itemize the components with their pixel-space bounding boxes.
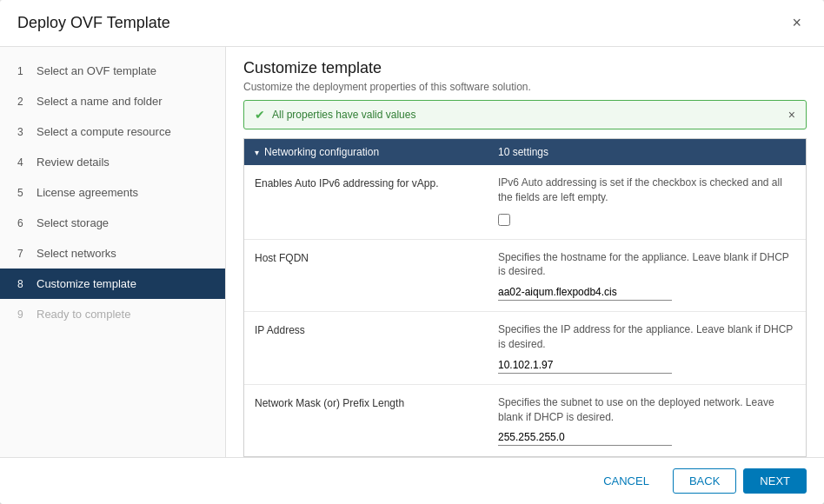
row-content-0: IPv6 Auto addressing is set if the check…: [498, 176, 795, 229]
row-content-1: Specifies the hostname for the appliance…: [498, 250, 795, 302]
row-label-0: Enables Auto IPv6 addressing for vApp.: [255, 176, 498, 189]
next-button[interactable]: NEXT: [743, 468, 807, 494]
sidebar-item-3[interactable]: 3Select a compute resource: [0, 116, 225, 147]
step-number: 6: [17, 217, 30, 229]
step-number: 5: [17, 187, 30, 199]
step-number: 4: [17, 156, 30, 169]
sidebar-item-6[interactable]: 6Select storage: [0, 208, 225, 238]
step-number: 1: [17, 65, 30, 77]
table-row: Enables Auto IPv6 addressing for vApp. I…: [244, 165, 806, 240]
input-field-2[interactable]: [498, 357, 672, 374]
sidebar-item-label: Ready to complete: [37, 308, 130, 321]
sidebar-item-label: Customize template: [37, 277, 136, 290]
table-body: Enables Auto IPv6 addressing for vApp. I…: [244, 165, 806, 457]
sidebar-item-4[interactable]: 4Review details: [0, 147, 225, 177]
sidebar-item-2[interactable]: 2Select a name and folder: [0, 86, 225, 116]
sidebar: 1Select an OVF template2Select a name an…: [0, 47, 226, 457]
dialog-footer: CANCEL BACK NEXT: [0, 457, 824, 504]
checkbox-field-0[interactable]: [498, 214, 510, 226]
row-label-3: Network Mask (or) Prefix Length: [255, 395, 498, 409]
step-number: 3: [17, 126, 30, 138]
table-header: ▾ Networking configuration 10 settings: [244, 139, 806, 165]
table-row: Host FQDN Specifies the hostname for the…: [244, 240, 806, 313]
main-title: Customize template: [243, 59, 807, 77]
row-description-2: Specifies the IP address for the applian…: [498, 322, 795, 352]
sidebar-item-label: Select an OVF template: [37, 64, 156, 77]
input-field-3[interactable]: [498, 429, 672, 446]
row-description-0: IPv6 Auto addressing is set if the check…: [498, 176, 795, 205]
row-content-3: Specifies the subnet to use on the deplo…: [498, 395, 795, 447]
input-field-1[interactable]: [498, 284, 672, 301]
main-content: Customize template Customize the deploym…: [226, 47, 824, 457]
banner-close-button[interactable]: ×: [788, 108, 795, 122]
row-description-3: Specifies the subnet to use on the deplo…: [498, 395, 795, 425]
back-button[interactable]: BACK: [673, 468, 736, 494]
step-number: 8: [17, 278, 30, 290]
dialog-title: Deploy OVF Template: [17, 14, 170, 32]
sidebar-item-label: Select storage: [37, 216, 109, 229]
sidebar-item-label: Review details: [37, 156, 110, 169]
sidebar-item-5[interactable]: 5License agreements: [0, 177, 225, 208]
sidebar-item-label: Select a compute resource: [37, 125, 171, 138]
row-label-2: IP Address: [255, 322, 498, 336]
step-number: 9: [17, 308, 30, 321]
step-number: 7: [17, 248, 30, 260]
table-col1-header: Networking configuration: [264, 146, 379, 158]
sidebar-item-1[interactable]: 1Select an OVF template: [0, 56, 225, 86]
close-button[interactable]: ×: [787, 12, 807, 34]
row-label-1: Host FQDN: [255, 250, 498, 264]
dialog-body: 1Select an OVF template2Select a name an…: [0, 47, 824, 457]
sidebar-item-label: Select networks: [37, 247, 116, 260]
sidebar-item-8[interactable]: 8Customize template: [0, 269, 225, 299]
sidebar-item-label: Select a name and folder: [37, 95, 163, 108]
dialog-header: Deploy OVF Template ×: [0, 0, 824, 47]
main-header: Customize template Customize the deploym…: [226, 47, 824, 100]
sidebar-item-7[interactable]: 7Select networks: [0, 238, 225, 269]
banner-text: All properties have valid values: [272, 109, 415, 121]
table-col2-header: 10 settings: [498, 146, 795, 158]
main-subtitle: Customize the deployment properties of t…: [243, 81, 807, 93]
table-row: Network Mask (or) Prefix Length Specifie…: [244, 385, 806, 457]
row-description-1: Specifies the hostname for the appliance…: [498, 250, 795, 280]
sidebar-item-9: 9Ready to complete: [0, 299, 225, 329]
deploy-ovf-dialog: Deploy OVF Template × 1Select an OVF tem…: [0, 0, 824, 504]
success-banner: ✔ All properties have valid values ×: [243, 100, 807, 129]
settings-table: ▾ Networking configuration 10 settings E…: [243, 138, 807, 457]
row-content-2: Specifies the IP address for the applian…: [498, 322, 795, 374]
step-number: 2: [17, 96, 30, 108]
success-icon: ✔: [255, 108, 265, 122]
sidebar-item-label: License agreements: [37, 186, 138, 199]
table-row: IP Address Specifies the IP address for …: [244, 312, 806, 385]
cancel-button[interactable]: CANCEL: [587, 468, 666, 494]
chevron-down-icon: ▾: [255, 148, 259, 157]
